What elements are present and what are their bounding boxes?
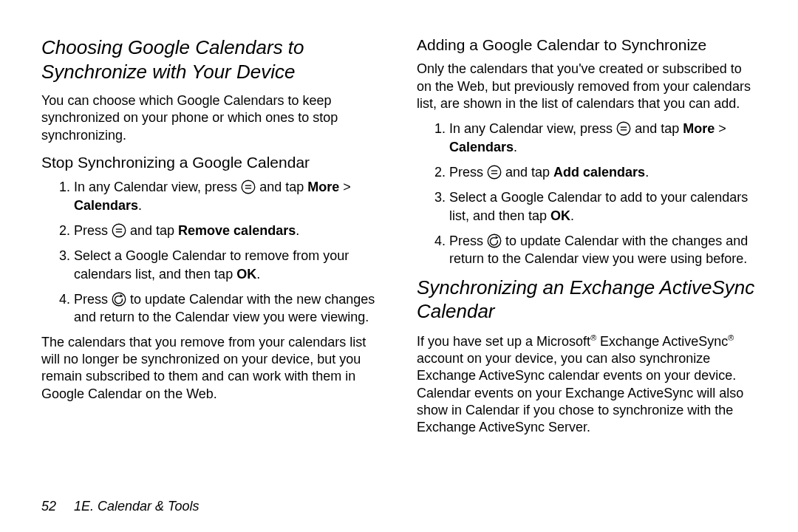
heading-exchange-sync: Synchronizing an Exchange ActiveSync Cal… [417,276,757,324]
menu-icon [112,223,126,238]
stop-sync-steps: In any Calendar view, press and tap More… [41,178,381,326]
add-calendar-steps: In any Calendar view, press and tap More… [417,120,757,267]
menu-icon [616,121,631,136]
menu-icon [487,165,502,180]
registered-mark: ® [728,333,734,342]
list-item: Select a Google Calendar to add to your … [449,188,757,225]
add-intro-paragraph: Only the calendars that you've created o… [417,61,757,112]
menu-icon [241,180,256,194]
heading-stop-sync: Stop Synchronizing a Google Calendar [41,153,381,172]
exchange-sync-paragraph: If you have set up a Microsoft® Exchange… [417,332,757,437]
right-column: Adding a Google Calendar to Synchronize … [417,35,757,493]
heading-choose-calendars: Choosing Google Calendars to Synchronize… [41,35,381,83]
heading-add-calendar: Adding a Google Calendar to Synchronize [417,35,757,55]
back-icon [487,233,502,248]
intro-paragraph: You can choose which Google Calendars to… [41,92,381,144]
back-icon [112,292,126,307]
section-title: 1E. Calendar & Tools [74,499,199,514]
list-item: Press and tap Add calendars. [449,163,757,181]
list-item: Press to update Calendar with the new ch… [74,290,381,327]
stop-sync-note: The calendars that you remove from your … [41,334,381,403]
page-footer: 52 1E. Calendar & Tools [41,499,757,514]
list-item: Select a Google Calendar to remove from … [74,247,381,283]
left-column: Choosing Google Calendars to Synchronize… [41,35,381,493]
list-item: In any Calendar view, press and tap More… [449,120,757,156]
page-number: 52 [41,499,56,514]
list-item: Press to update Calendar with the change… [449,232,757,268]
list-item: In any Calendar view, press and tap More… [74,178,381,214]
list-item: Press and tap Remove calendars. [74,222,381,239]
registered-mark: ® [590,333,596,342]
